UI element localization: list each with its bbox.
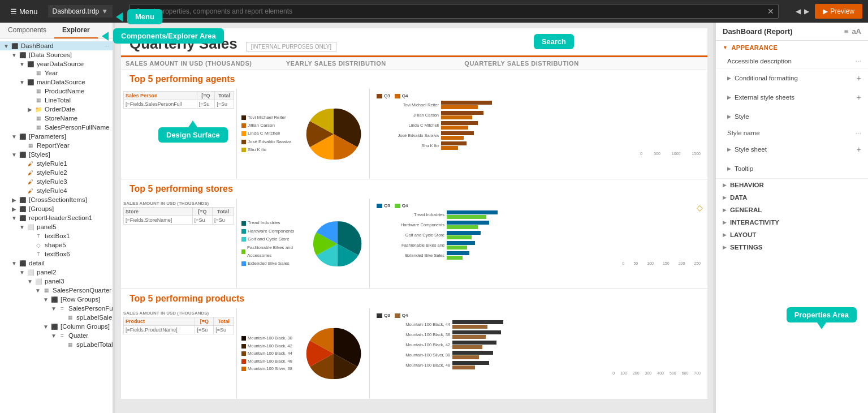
filename-label: Dashboard.trdp	[53, 7, 100, 15]
tree-item-textbox1[interactable]: T textBox1	[0, 231, 113, 240]
prop-conditional-formatting: ▶ Conditional formatting +	[716, 68, 868, 88]
tree-item-splabelsale[interactable]: ▦ spLabelSale	[0, 313, 113, 322]
cat-general[interactable]: ▶ GENERAL	[716, 204, 868, 216]
prop-row-accessible-desc: Accessible description ···	[716, 54, 868, 68]
tree-item-panel2[interactable]: ▼ ⬜ panel2	[0, 268, 113, 277]
detail-icon: ⬛	[18, 260, 27, 266]
tree-item-salespersonfull[interactable]: ▼ = SalesPersonFul	[0, 304, 113, 313]
orderdate-icon: 📁	[34, 106, 43, 113]
tree-item-columngroups[interactable]: ▼ ⬛ [Column Groups]	[0, 322, 113, 331]
prop-style: ▶ Style	[716, 107, 868, 126]
tree-item-splabeltotal[interactable]: ▦ spLabelTotal	[0, 340, 113, 349]
tree-item-yeardatasource[interactable]: ▼ ⬛ yearDataSource	[0, 59, 113, 68]
style-row[interactable]: ▶ Style	[727, 109, 861, 124]
style-sheet-row[interactable]: ▶ Style sheet +	[727, 142, 861, 157]
tree-item-parameters[interactable]: ▼ ⬛ [Parameters]	[0, 132, 113, 141]
search-input[interactable]	[129, 4, 779, 19]
tree-area[interactable]: ▼ ⬛ DashBoard ··· ▼ ⬛ [Data Sources] ▼ ⬛…	[0, 39, 113, 413]
more-icon[interactable]: ···	[103, 43, 110, 49]
panel5-icon: ⬜	[26, 224, 35, 230]
external-style-sheets-label: External style sheets	[735, 94, 857, 101]
conditional-formatting-row[interactable]: ▶ Conditional formatting +	[727, 71, 861, 85]
splabelsale-icon: ▦	[66, 315, 75, 320]
prop-tooltip: ▶ Tooltip	[716, 159, 868, 178]
stores-title: Top 5 performing stores	[121, 179, 707, 199]
cat-settings[interactable]: ▶ SETTINGS	[716, 241, 868, 253]
filename-tab[interactable]: Dashboard.trdp ▼	[48, 5, 113, 18]
tree-item-salespersonfullname[interactable]: ▦ SalesPersonFullName	[0, 123, 113, 132]
cat-interactivity[interactable]: ▶ INTERACTIVITY	[716, 216, 868, 229]
tree-item-datasources[interactable]: ▼ ⬛ [Data Sources]	[0, 50, 113, 59]
tree-item-stylerule2[interactable]: 🖌 styleRule2	[0, 168, 113, 177]
section-stores: Top 5 performing stores SALES AMOUNT IN …	[121, 179, 707, 289]
cat-behavior[interactable]: ▶ BEHAVIOR	[716, 179, 868, 191]
tree-item-dashboard[interactable]: ▼ ⬛ DashBoard ···	[0, 41, 113, 50]
accessible-desc-label: Accessible description	[727, 58, 856, 64]
tree-item-textbox6[interactable]: T textBox6	[0, 249, 113, 259]
tree-item-orderdate[interactable]: ▶ 📁 OrderDate	[0, 105, 113, 114]
tree-item-panel5[interactable]: ▼ ⬜ panel5	[0, 222, 113, 231]
tree-item-salespersonquarter[interactable]: ▼ ▦ SalesPersonQuarter	[0, 286, 113, 295]
tree-item-year[interactable]: ▦ Year	[0, 68, 113, 78]
yeardatasource-icon: ⬛	[26, 61, 35, 67]
design-surface[interactable]: Quarterly Sales [INTERNAL PURPOSES ONLY]…	[115, 23, 713, 413]
callout-components-explorer: Components/Explorer Area	[115, 28, 224, 44]
right-panel-title: DashBoard (Report)	[723, 27, 793, 36]
style-sheet-label: Style sheet	[735, 146, 857, 153]
left-panel: Components Explorer ▼ ⬛ DashBoard ··· ▼ …	[0, 23, 113, 413]
stylerule4-icon: 🖌	[26, 188, 35, 194]
parameters-icon: ⬛	[18, 134, 27, 140]
tree-item-styles[interactable]: ▼ ⬛ [Styles]	[0, 150, 113, 159]
cat-layout[interactable]: ▶ LAYOUT	[716, 229, 868, 241]
style-sheet-plus[interactable]: +	[857, 145, 861, 154]
right-panel: DashBoard (Report) ≡ aA ▼ APPEARANCE Acc…	[715, 23, 868, 413]
year-icon: ▦	[34, 70, 43, 76]
tree-item-stylerule3[interactable]: 🖌 styleRule3	[0, 177, 113, 186]
search-area: ✕	[129, 4, 779, 19]
tab-components[interactable]: Components	[0, 23, 54, 38]
cat-data[interactable]: ▶ DATA	[716, 191, 868, 204]
tree-item-shape5[interactable]: ◇ shape5	[0, 240, 113, 249]
tree-item-stylerule4[interactable]: 🖌 styleRule4	[0, 186, 113, 195]
settings-label: SETTINGS	[730, 244, 861, 251]
splabeltotal-icon: ▦	[66, 342, 75, 347]
tree-item-reportyear[interactable]: ▦ ReportYear	[0, 141, 113, 150]
tree-item-quater[interactable]: ▼ = Quater	[0, 331, 113, 340]
external-style-sheets-plus[interactable]: +	[857, 93, 861, 102]
tooltip-row[interactable]: ▶ Tooltip	[727, 161, 861, 176]
conditional-formatting-plus[interactable]: +	[857, 74, 861, 83]
tree-item-rowgroups[interactable]: ▼ ⬛ [Row Groups]	[0, 295, 113, 304]
forward-icon[interactable]: ▶	[804, 7, 809, 15]
agents-pie-col: Tovi Michael Reiter Jillian Carson Linda…	[237, 89, 370, 179]
callout-design-surface: Design Surface	[158, 127, 228, 143]
tree-item-groups[interactable]: ▶ ⬛ [Groups]	[0, 204, 113, 213]
menu-button[interactable]: ☰ Menu	[6, 5, 42, 18]
tree-item-crosssectionitems[interactable]: ▶ ⬛ [CrossSectionItems]	[0, 195, 113, 204]
conditional-formatting-label: Conditional formatting	[735, 75, 857, 81]
callout-properties-area: Properties Area	[787, 307, 857, 322]
font-icon[interactable]: aA	[852, 27, 861, 36]
external-style-sheets-row[interactable]: ▶ External style sheets +	[727, 90, 861, 105]
preview-button[interactable]: ▶ Preview	[815, 4, 862, 19]
tree-item-storename[interactable]: ▦ StoreName	[0, 114, 113, 123]
products-pie-col: Mountain-100 Black, 38 Mountain-100 Blac…	[237, 308, 370, 399]
tab-explorer[interactable]: Explorer	[54, 23, 98, 38]
callout-search: Search	[534, 34, 574, 49]
style-label: Style	[735, 113, 861, 120]
tree-item-linetotal[interactable]: ▦ LineTotal	[0, 96, 113, 105]
dashboard-icon: ⬛	[10, 43, 19, 49]
search-close-icon[interactable]: ✕	[767, 7, 774, 16]
tree-item-reportheadersection1[interactable]: ▼ ⬛ reportHeaderSection1	[0, 213, 113, 222]
appearance-header[interactable]: ▼ APPEARANCE	[716, 41, 868, 54]
tree-item-detail[interactable]: ▼ ⬛ detail	[0, 259, 113, 268]
accessible-desc-dots[interactable]: ···	[856, 57, 861, 65]
style-name-dots[interactable]: ···	[856, 129, 861, 137]
tree-item-stylerule1[interactable]: 🖌 styleRule1	[0, 159, 113, 168]
list-icon[interactable]: ≡	[844, 27, 849, 36]
tree-item-productname[interactable]: ▦ ProductName	[0, 87, 113, 96]
back-icon[interactable]: ◀	[796, 7, 801, 15]
data-label: DATA	[730, 194, 861, 201]
tree-item-panel3[interactable]: ▼ ⬜ panel3	[0, 277, 113, 286]
tree-item-maindatasource[interactable]: ▼ ⬛ mainDataSource	[0, 78, 113, 87]
interactivity-label: INTERACTIVITY	[730, 219, 861, 226]
